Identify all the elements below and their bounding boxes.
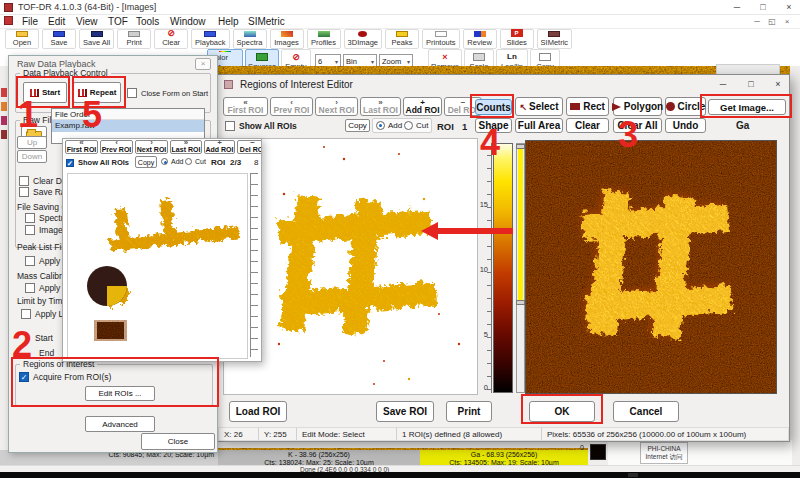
undo-button[interactable]: Undo	[665, 118, 706, 133]
file-row-selected[interactable]: Examp.raw	[52, 120, 204, 132]
add-roi-button[interactable]: +Add ROI	[403, 97, 442, 116]
menu-tof[interactable]: TOF	[108, 15, 128, 28]
menu-edit[interactable]: Edit	[48, 15, 65, 28]
print-button[interactable]: Print	[117, 29, 151, 49]
next-roi-button[interactable]: ›Next ROI	[315, 97, 358, 116]
load-roi-button[interactable]: Load ROI	[229, 401, 287, 422]
acquire-from-rois-checkbox[interactable]: ✓Acquire From ROI(s)	[19, 372, 111, 382]
images-button[interactable]: Images	[270, 29, 304, 49]
mini-add-radio[interactable]: Add	[161, 158, 183, 165]
colorbar-slider[interactable]	[516, 143, 525, 393]
up-button[interactable]: Up	[17, 136, 47, 149]
slides-button[interactable]: PSlides	[500, 29, 534, 49]
dialog-close-icon[interactable]: ×	[769, 77, 787, 91]
mini-del-roi-button[interactable]: −Del ROI	[237, 140, 262, 154]
full-area-button[interactable]: Full Area	[515, 118, 563, 133]
bg-white-area	[608, 440, 792, 466]
mini-prev-roi-button[interactable]: ‹Prev ROI	[100, 140, 133, 154]
dialog-minimize-icon[interactable]: ─	[714, 77, 732, 91]
ln-icon: Ln	[506, 53, 518, 61]
copy-roi-button[interactable]: Copy	[345, 119, 370, 132]
clear-button[interactable]: ⊘Clear	[154, 29, 188, 49]
printer-icon	[128, 31, 140, 37]
mini-cut-radio[interactable]: Cut	[185, 158, 206, 165]
mini-show-all-checkbox[interactable]: ✓Show All ROIs	[66, 158, 129, 167]
floppy-icon	[53, 31, 65, 37]
counts-button[interactable]: Counts	[475, 99, 512, 115]
repeat-button[interactable]: Repeat	[73, 82, 121, 103]
get-image-button[interactable]: Get Image...	[708, 99, 786, 115]
mini-first-roi-button[interactable]: «First ROI	[65, 140, 98, 154]
roi-number: 1	[462, 121, 467, 132]
cut-radio[interactable]: Cut	[404, 121, 428, 130]
mdi-close-icon[interactable]: ×	[780, 15, 794, 28]
menu-simetric[interactable]: SIMetric	[248, 15, 285, 28]
close-on-start-checkbox[interactable]: Close Form on Start	[127, 88, 208, 98]
prev-roi-button[interactable]: ‹Prev ROI	[270, 97, 313, 116]
slider-handle-top[interactable]	[516, 144, 525, 149]
review-button[interactable]: Review	[463, 29, 497, 49]
circle-button[interactable]: Circle	[665, 97, 706, 116]
save-button[interactable]: Save	[42, 29, 76, 49]
apply-cal-checkbox[interactable]: Apply	[25, 283, 60, 293]
3dimage-button[interactable]: 3DImage	[344, 29, 382, 49]
select-button[interactable]: ↖Select	[515, 97, 563, 116]
mini-last-roi-button[interactable]: »Last ROI	[170, 140, 202, 154]
last-roi-button[interactable]: »Last ROI	[360, 97, 401, 116]
shape-button[interactable]: Shape	[475, 118, 512, 133]
slider-fill	[518, 148, 523, 300]
start-label: Start	[35, 333, 53, 343]
save-all-button[interactable]: Save All	[79, 29, 114, 49]
rect-button[interactable]: Rect	[566, 97, 609, 116]
peaks-button[interactable]: Peaks	[385, 29, 419, 49]
printouts-button[interactable]: Printouts	[422, 29, 460, 49]
tick-5: 5	[484, 330, 488, 339]
playback-button[interactable]: Playback	[191, 29, 229, 49]
dialog-maximize-icon[interactable]: □	[742, 77, 760, 91]
caption-image-ga: Ga - 68.93 (256x256) Cts: 134505; Max: 1…	[420, 450, 588, 465]
menu-file[interactable]: File	[22, 15, 38, 28]
taskbar-icon[interactable]	[628, 473, 638, 477]
clear-button[interactable]: Clear	[566, 118, 609, 133]
clear-all-button[interactable]: Clear All	[613, 118, 662, 133]
panel-close-icon[interactable]: ×	[195, 58, 211, 70]
floppy-all-icon	[91, 31, 103, 37]
menu-tools[interactable]: Tools	[136, 15, 159, 28]
mdi-restore-icon[interactable]: ◱	[765, 15, 779, 28]
close-icon[interactable]: ×	[778, 0, 800, 14]
checkbox-box	[25, 213, 35, 223]
maximize-icon[interactable]: □	[752, 0, 774, 14]
cursor-icon: ↖	[519, 102, 527, 112]
add-radio[interactable]: Add	[376, 121, 402, 130]
menu-view[interactable]: View	[76, 15, 98, 28]
mini-next-roi-button[interactable]: ›Next ROI	[135, 140, 168, 154]
slider-handle-bottom[interactable]	[516, 300, 525, 305]
mini-roi-canvas[interactable]	[67, 173, 248, 359]
advanced-button[interactable]: Advanced	[85, 416, 155, 432]
print-button[interactable]: Print	[446, 401, 492, 422]
down-button[interactable]: Down	[17, 150, 47, 163]
spectra-button[interactable]: Spectra	[233, 29, 267, 49]
show-all-rois-checkbox[interactable]: Show All ROIs	[225, 121, 297, 131]
profiles-button[interactable]: Profiles	[307, 29, 341, 49]
minimize-icon[interactable]: ─	[726, 0, 748, 14]
ok-button[interactable]: OK	[529, 401, 595, 422]
scale-icon	[473, 53, 485, 61]
menu-window[interactable]: Window	[170, 15, 206, 28]
ga-image-view[interactable]	[525, 140, 777, 394]
save-roi-button[interactable]: Save ROI	[376, 401, 434, 422]
edit-rois-button[interactable]: Edit ROIs ...	[85, 386, 155, 401]
cancel-button[interactable]: Cancel	[613, 401, 679, 422]
close-panel-button[interactable]: Close	[141, 433, 215, 450]
polygon-button[interactable]: Polygon	[613, 97, 662, 116]
start-button[interactable]: Start	[23, 82, 67, 103]
radio-dot	[161, 158, 168, 165]
menu-help[interactable]: Help	[218, 15, 239, 28]
mini-add-roi-button[interactable]: +Add ROI	[204, 140, 235, 154]
simetric-button[interactable]: SIMetric	[537, 29, 573, 49]
first-roi-button[interactable]: «First ROI	[223, 97, 268, 116]
mini-copy-button[interactable]: Copy	[135, 156, 157, 168]
mdi-minimize-icon[interactable]: ─	[750, 15, 764, 28]
open-button[interactable]: Open	[5, 29, 39, 49]
taskbar[interactable]	[0, 472, 800, 478]
